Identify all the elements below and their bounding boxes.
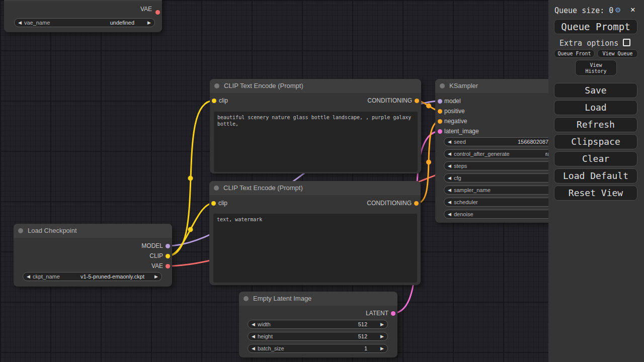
output-label-conditioning: CONDITIONING <box>367 200 412 207</box>
input-slot-clip[interactable] <box>211 201 216 206</box>
decrement-arrow-icon[interactable]: ◀ <box>27 273 30 281</box>
node-title-bar: Empty Latent Image <box>239 292 397 306</box>
load-button[interactable]: Load <box>554 100 637 115</box>
node-title: CLIP Text Encode (Prompt) <box>223 184 303 192</box>
input-slot-positive[interactable] <box>438 109 442 114</box>
queue-prompt-button[interactable]: Queue Prompt <box>554 19 637 34</box>
extra-options-checkbox[interactable] <box>623 39 630 46</box>
decrement-arrow-icon[interactable]: ◀ <box>252 332 255 340</box>
batch-size-widget[interactable]: ◀ batch_size 1 ▶ <box>248 344 388 353</box>
widget-value: 1 <box>364 344 367 352</box>
view-history-line1: View <box>576 62 616 68</box>
decrement-arrow-icon[interactable]: ◀ <box>448 198 451 206</box>
input-slot-latent-image[interactable] <box>438 129 442 134</box>
node-load-checkpoint[interactable]: Load Checkpoint MODEL CLIP VAE ◀ ckpt_na… <box>14 224 172 287</box>
node-title-bar: Load Checkpoint <box>14 224 172 238</box>
output-label-vae: VAE <box>151 262 163 269</box>
widget-value: 1566802087 <box>518 138 548 146</box>
queue-size-label: Queue size: 0 <box>554 6 613 15</box>
width-widget[interactable]: ◀ width 512 ▶ <box>248 320 388 329</box>
decrement-arrow-icon[interactable]: ◀ <box>448 210 451 218</box>
output-slot-conditioning[interactable] <box>414 201 419 206</box>
widget-value: undefined <box>110 19 134 27</box>
input-label-clip: clip <box>219 97 228 104</box>
refresh-button[interactable]: Refresh <box>554 117 637 132</box>
widget-label: width <box>258 320 271 328</box>
collapse-dot-icon[interactable] <box>244 296 249 301</box>
output-slot-latent[interactable] <box>391 311 395 316</box>
extra-options-label: Extra options <box>559 39 618 48</box>
collapse-dot-icon[interactable] <box>214 186 219 191</box>
vae-name-widget[interactable]: ◀ vae_name undefined ▶ <box>14 18 155 27</box>
input-label-positive: positive <box>444 108 465 115</box>
output-slot-conditioning[interactable] <box>415 99 419 103</box>
close-icon[interactable]: ✕ <box>630 5 635 14</box>
widget-label: cfg <box>454 174 461 182</box>
output-slot-model[interactable] <box>166 244 170 248</box>
height-widget[interactable]: ◀ height 512 ▶ <box>248 332 388 341</box>
output-slot-vae[interactable] <box>155 10 160 15</box>
increment-arrow-icon[interactable]: ▶ <box>147 19 151 27</box>
decrement-arrow-icon[interactable]: ◀ <box>448 186 451 194</box>
prompt-textarea[interactable]: beautiful scenery nature glass bottle la… <box>214 112 418 172</box>
decrement-arrow-icon[interactable]: ◀ <box>448 150 451 158</box>
ckpt-name-widget[interactable]: ◀ ckpt_name v1-5-pruned-emaonly.ckpt ▶ <box>23 272 162 281</box>
decrement-arrow-icon[interactable]: ◀ <box>448 174 451 182</box>
decrement-arrow-icon[interactable]: ◀ <box>448 138 451 146</box>
input-slot-model[interactable] <box>438 99 442 104</box>
widget-label: batch_size <box>258 344 284 352</box>
node-clip-text-encode-positive[interactable]: CLIP Text Encode (Prompt) clip CONDITION… <box>210 79 421 173</box>
input-label-negative: negative <box>444 118 467 125</box>
widget-value: 512 <box>358 320 367 328</box>
decrement-arrow-icon[interactable]: ◀ <box>252 344 255 352</box>
widget-label: scheduler <box>454 198 478 206</box>
decrement-arrow-icon[interactable]: ◀ <box>448 162 451 170</box>
widget-label: vae_name <box>24 19 50 27</box>
increment-arrow-icon[interactable]: ▶ <box>380 332 384 340</box>
output-slot-clip[interactable] <box>166 254 170 258</box>
collapse-dot-icon[interactable] <box>214 83 219 88</box>
increment-arrow-icon[interactable]: ▶ <box>380 320 384 328</box>
input-slot-negative[interactable] <box>438 119 442 124</box>
widget-label: denoise <box>454 210 473 218</box>
widget-label: seed <box>454 138 466 146</box>
comfy-menu: Queue size: 0 ⚙ ✕ Queue Prompt Extra opt… <box>548 0 644 362</box>
increment-arrow-icon[interactable]: ▶ <box>380 344 384 352</box>
widget-label: sampler_name <box>454 186 491 194</box>
node-empty-latent-image[interactable]: Empty Latent Image LATENT ◀ width 512 ▶ … <box>239 292 397 357</box>
input-label-latent-image: latent_image <box>444 128 479 135</box>
node-title-bar: CLIP Text Encode (Prompt) <box>209 181 421 195</box>
widget-value: 512 <box>358 332 367 340</box>
view-queue-button[interactable]: View Queue <box>597 49 638 58</box>
input-label-model: model <box>444 98 461 105</box>
collapse-dot-icon[interactable] <box>18 228 23 233</box>
collapse-dot-icon[interactable] <box>440 83 445 88</box>
widget-label: ckpt_name <box>33 273 60 281</box>
decrement-arrow-icon[interactable]: ◀ <box>252 320 255 328</box>
decrement-arrow-icon[interactable]: ◀ <box>18 19 22 27</box>
node-clip-text-encode-negative[interactable]: CLIP Text Encode (Prompt) clip CONDITION… <box>209 181 421 285</box>
link-midpoint-dot <box>426 104 431 109</box>
widget-label: steps <box>454 162 467 170</box>
clipspace-button[interactable]: Clipspace <box>554 134 637 149</box>
load-default-button[interactable]: Load Default <box>554 168 637 184</box>
output-label-model: MODEL <box>141 242 163 249</box>
settings-gear-icon[interactable]: ⚙ <box>615 5 620 15</box>
reset-view-button[interactable]: Reset View <box>554 186 637 201</box>
widget-value: v1-5-pruned-emaonly.ckpt <box>80 273 144 281</box>
view-history-button[interactable]: View History <box>575 60 617 76</box>
output-slot-vae[interactable] <box>166 264 170 268</box>
queue-front-button[interactable]: Queue Front <box>554 49 595 58</box>
widget-label: control_after_generate <box>454 150 510 158</box>
save-button[interactable]: Save <box>554 83 637 98</box>
input-slot-clip[interactable] <box>212 99 216 103</box>
node-vae-loader[interactable]: VAE ◀ vae_name undefined ▶ <box>4 0 162 32</box>
output-label-latent: LATENT <box>366 310 388 317</box>
increment-arrow-icon[interactable]: ▶ <box>154 273 158 281</box>
link-midpoint-dot <box>188 227 193 232</box>
node-title: Load Checkpoint <box>28 227 77 234</box>
node-canvas[interactable]: VAE ◀ vae_name undefined ▶ CLIP Text Enc… <box>0 0 644 362</box>
prompt-textarea[interactable]: text, watermark <box>213 214 417 283</box>
widget-label: height <box>258 332 273 340</box>
clear-button[interactable]: Clear <box>554 151 637 166</box>
